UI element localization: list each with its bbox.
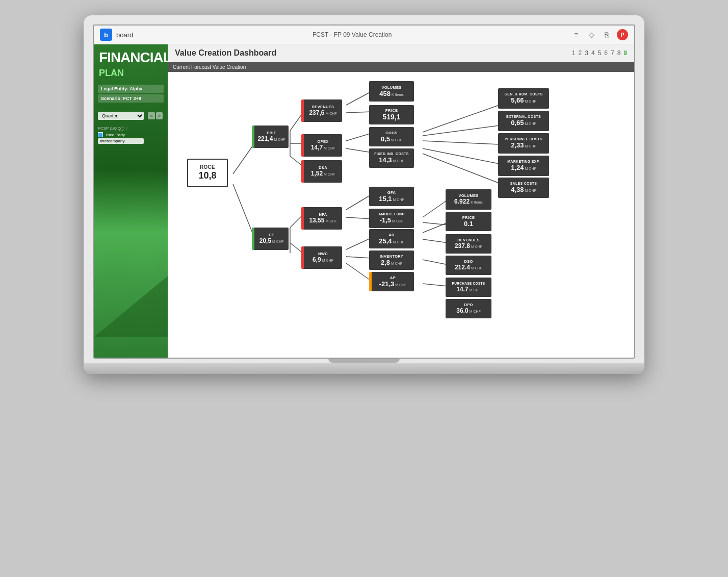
fcsp-company-row (98, 138, 164, 144)
nfa-node[interactable]: NFA 13,55 M CHF (301, 207, 342, 230)
volumes2-node[interactable]: VOLUMES 6.922 K Items (446, 189, 491, 210)
filter-nav: < > (148, 112, 163, 119)
sidebar-logo-plan: PLAN (94, 68, 168, 79)
svg-line-7 (346, 112, 372, 113)
svg-line-23 (423, 284, 448, 286)
svg-line-1 (233, 184, 254, 238)
personnel-costs-node[interactable]: PERSONNEL COSTS 2,33 M CHF (498, 133, 549, 154)
sidebar-triangle (94, 276, 168, 337)
app-icon: b (100, 29, 112, 41)
revenues2-node[interactable]: REVENUES 237.8 M CHF (446, 234, 491, 254)
svg-line-28 (423, 154, 499, 183)
user-avatar[interactable]: P (617, 29, 628, 40)
sidebar: FINANCIAL PLAN Legal Entity: Alpha Scena… (94, 44, 168, 358)
dso-node[interactable]: DSO 212.4 M CHF (446, 256, 491, 275)
chart-area: ROCE 10,8 EBIT 221,4 M CHF (168, 72, 634, 358)
page-3[interactable]: 3 (585, 49, 588, 57)
legal-entity-value: Legal Entity: Alpha (101, 86, 161, 91)
svg-line-0 (233, 143, 254, 174)
dashboard-header: Value Creation Dashboard 1 2 3 4 5 6 7 8… (168, 44, 634, 62)
svg-line-6 (346, 91, 372, 105)
svg-line-20 (423, 222, 448, 233)
svg-line-18 (423, 199, 448, 217)
volumes1-node[interactable]: VOLUMES 458 K Items (369, 81, 414, 102)
laptop-notch (328, 359, 400, 363)
marketing-exp-node[interactable]: MARKETING EXP. 1,24 M CHF (498, 156, 549, 176)
gfa-node[interactable]: GFA 15,1 M CHF (369, 187, 414, 206)
forecast-bar: Current Forecast Value Creation (168, 62, 634, 72)
page-5[interactable]: 5 (598, 49, 602, 57)
svg-line-13 (346, 194, 372, 210)
fixed-ind-node[interactable]: FIXED IND. COSTS 14,3 M CHF (369, 148, 414, 168)
sidebar-logo-financial: FINANCIAL (94, 44, 168, 68)
svg-line-26 (423, 141, 499, 144)
menu-icon[interactable]: ≡ (571, 30, 581, 40)
purchase-costs-node[interactable]: PURCHASE COSTS 14.7 M CHF (446, 278, 491, 297)
svg-line-24 (423, 105, 499, 132)
content-area: Value Creation Dashboard 1 2 3 4 5 6 7 8… (168, 44, 634, 358)
svg-line-25 (423, 126, 499, 136)
svg-line-19 (423, 222, 448, 225)
page-7[interactable]: 7 (611, 49, 614, 57)
filter-next-btn[interactable]: > (156, 112, 163, 119)
price1-node[interactable]: PRICE 519,1 (369, 105, 414, 124)
opex-node[interactable]: OPEX 14,7 M CHF (301, 134, 342, 157)
copy-icon[interactable]: ⎘ (602, 30, 612, 40)
svg-line-16 (346, 257, 372, 258)
page-1[interactable]: 1 (572, 49, 576, 57)
page-8[interactable]: 8 (617, 49, 621, 57)
page-6[interactable]: 6 (604, 49, 608, 57)
svg-line-15 (346, 238, 372, 249)
quarter-select[interactable]: Quarter (98, 112, 144, 120)
main-layout: FINANCIAL PLAN Legal Entity: Alpha Scena… (94, 44, 634, 358)
svg-line-21 (423, 239, 448, 243)
laptop-base (84, 363, 644, 374)
legal-entity-box: Legal Entity: Alpha (98, 85, 164, 93)
top-bar: b board FCST - FP 09 Value Creation ≡ ◇ … (94, 26, 634, 44)
page-9[interactable]: 9 (623, 49, 627, 57)
svg-line-14 (346, 217, 372, 219)
filter-prev-btn[interactable]: < (148, 112, 154, 119)
svg-line-22 (423, 260, 448, 265)
sales-costs-node[interactable]: SALES COSTS 4,38 M CHF (498, 178, 549, 198)
page-numbers: 1 2 3 4 5 6 7 8 9 (572, 49, 627, 57)
inventory-node[interactable]: INVENTORY 2,8 M CHF (369, 250, 414, 270)
dpo-node[interactable]: DPO 36.0 M CHF (446, 299, 491, 318)
sidebar-info: Legal Entity: Alpha Scenario: FCT 3+9 (94, 79, 168, 107)
company-input[interactable] (98, 138, 144, 144)
tree-container: ROCE 10,8 EBIT 221,4 M CHF (173, 77, 629, 353)
screen: b board FCST - FP 09 Value Creation ≡ ◇ … (93, 24, 635, 359)
third-party-label: Third Party (105, 133, 125, 137)
ebit-node[interactable]: EBIT 221,4 M CHF (252, 126, 289, 148)
top-bar-icons: ≡ ◇ ⎘ P (571, 29, 628, 40)
dashboard-title: Value Creation Dashboard (175, 48, 276, 58)
gen-adm-node[interactable]: GEN. & ADM. COSTS 5,66 M CHF (498, 88, 549, 109)
svg-line-8 (346, 133, 372, 141)
sidebar-fcsp: FCSP (1/Q Q◯ I ✓ Third Party (94, 123, 168, 148)
fcsp-label: FCSP (1/Q Q◯ I (98, 126, 164, 131)
window-title: FCST - FP 09 Value Creation (137, 31, 567, 38)
page-4[interactable]: 4 (591, 49, 595, 57)
cogs-node[interactable]: COGS 0,5 M CHF (369, 127, 414, 146)
code-icon[interactable]: ◇ (586, 30, 596, 40)
amort-node[interactable]: AMORT. FUND -1,5 M CHF (369, 209, 414, 228)
revenues-node[interactable]: REVENUES 237,6 M CHF (301, 99, 342, 122)
ap-node[interactable]: AP -21,3 M CHF (369, 272, 414, 291)
scenario-box: Scenario: FCT 3+9 (98, 94, 164, 103)
external-costs-node[interactable]: EXTERNAL COSTS 0,65 M CHF (498, 111, 549, 131)
price2-node[interactable]: PRICE 0.1 (446, 212, 491, 231)
svg-line-27 (423, 148, 499, 164)
da-node[interactable]: D&A 1,52 M CHF (301, 160, 342, 183)
ar-node[interactable]: AR 25,4 M CHF (369, 229, 414, 248)
nwc-node[interactable]: NWC 6,9 M CHF (301, 246, 342, 269)
page-2[interactable]: 2 (579, 49, 582, 57)
svg-line-17 (346, 263, 372, 281)
fcsp-checkbox-row: ✓ Third Party (98, 132, 164, 137)
roce-node[interactable]: ROCE 10,8 (187, 159, 228, 187)
third-party-checkbox[interactable]: ✓ (98, 132, 103, 137)
sidebar-filter: Quarter < > (94, 107, 168, 123)
scenario-value: Scenario: FCT 3+9 (101, 96, 161, 101)
laptop-frame: b board FCST - FP 09 Value Creation ≡ ◇ … (84, 15, 644, 374)
ce-node[interactable]: CE 20,5 M CHF (252, 228, 289, 250)
app-name: board (116, 31, 133, 39)
